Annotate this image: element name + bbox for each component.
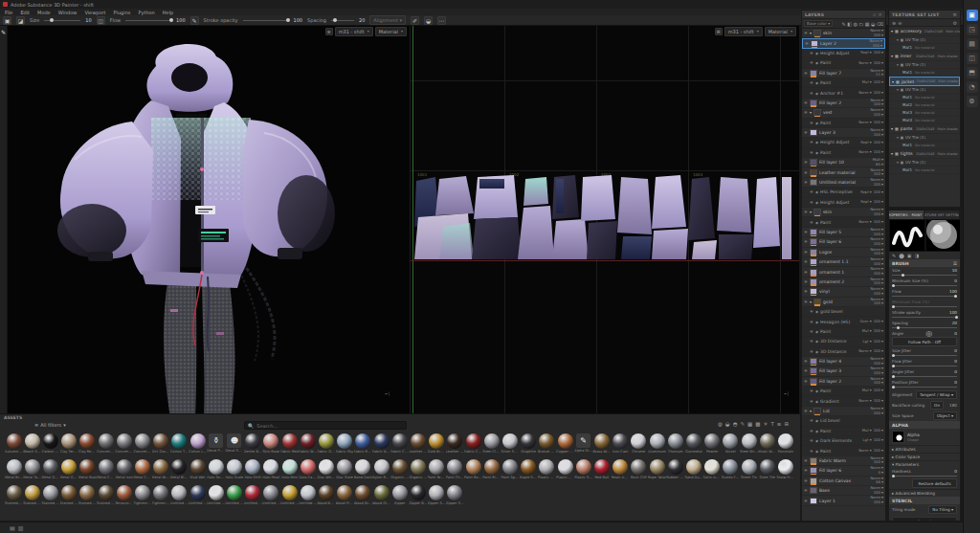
texture-set-list-menu-icon[interactable]: ≡ bbox=[953, 11, 957, 17]
shelf-material[interactable]: Mud Wet bbox=[189, 459, 207, 479]
shelf-material[interactable]: Zipper Small bbox=[428, 485, 446, 505]
visibility-eye-icon[interactable]: 👁 bbox=[805, 41, 809, 46]
viewport3d-display-dropdown[interactable]: Material▾ bbox=[375, 27, 407, 36]
layer-blend-opacity[interactable]: Mul ▾100 ▾ bbox=[862, 429, 883, 433]
layer-row[interactable]: 👁◈3D DistanceLgt ▾100 ▾ bbox=[802, 337, 885, 346]
layer-row[interactable]: 👁◈PaintMul ▾100 ▾ bbox=[802, 427, 885, 436]
tile-caret-icon[interactable]: ▾ bbox=[897, 161, 899, 165]
layer-blend-opacity[interactable]: Norm ▾100 ▾ bbox=[871, 278, 883, 286]
spacing-slider[interactable] bbox=[331, 20, 354, 21]
shelf-material[interactable]: Titanium bbox=[666, 433, 684, 454]
symmetry-icon[interactable]: ◒ bbox=[424, 16, 433, 25]
viewport3d-camera-dropdown[interactable]: m31 - shift▾ bbox=[335, 27, 373, 36]
layer-row[interactable]: 👁◈Height AdjustRepl ▾100 ▾ bbox=[802, 138, 885, 147]
shelf-material[interactable]: Organic Fiber bbox=[409, 459, 427, 479]
blend-mode[interactable]: Over ▾ bbox=[859, 320, 871, 324]
texture-set-row[interactable]: ▾▦tights2048x2048Main shader bbox=[889, 149, 960, 159]
layer-row[interactable]: 👁▾LidNorm ▾100 ▾ bbox=[802, 407, 885, 416]
shelf-material[interactable]: Khaki Worn bbox=[758, 433, 776, 454]
shelf-material[interactable]: Graphite bbox=[520, 433, 538, 454]
texture-set-shader[interactable]: Main shader bbox=[938, 127, 958, 131]
layer-row[interactable]: 👁◈Lid bevel bbox=[802, 416, 885, 426]
material-slot-row[interactable]: Mat4No material bbox=[889, 117, 960, 124]
layer-opacity[interactable]: 100 ▾ bbox=[874, 133, 883, 138]
layers-filter-dropdown[interactable]: Base color ▾ bbox=[804, 20, 833, 27]
property-value[interactable]: 0 bbox=[954, 359, 957, 364]
texture-set-settings-icon[interactable]: ⚙ bbox=[953, 20, 957, 26]
shelf-material[interactable]: Terracotta C bbox=[115, 485, 133, 505]
shelf-material[interactable]: Concrete Clean bbox=[97, 433, 115, 454]
material-slot-row[interactable]: Mat1No material bbox=[889, 94, 960, 101]
shelf-material[interactable]: Holo Shift bbox=[244, 459, 262, 479]
shelf-material[interactable]: Plastic Glossy bbox=[556, 459, 574, 479]
viewport2d-settings-icon[interactable]: ⊞ bbox=[715, 28, 723, 35]
tile-caret-icon[interactable]: ▾ bbox=[897, 38, 899, 42]
visibility-eye-icon[interactable]: 👁 bbox=[804, 300, 808, 304]
shelf-material[interactable]: Cotton Teal bbox=[170, 433, 189, 454]
layer-blend-opacity[interactable]: Norm ▾100 ▾ bbox=[871, 366, 883, 375]
material-mode-icon[interactable]: ▣ bbox=[907, 253, 912, 258]
visibility-eye-icon[interactable]: 👁 bbox=[810, 80, 813, 85]
viewport2d-display-dropdown[interactable]: Material▾ bbox=[765, 27, 796, 36]
follow-path-button[interactable]: Follow Path : Off bbox=[892, 337, 957, 346]
layer-row[interactable]: 👁◈PaintMul ▾100 ▾ bbox=[802, 387, 885, 396]
shelf-material[interactable]: Leather Brown bbox=[409, 433, 427, 454]
layer-blend-opacity[interactable]: Norm ▾11 ▾ bbox=[871, 69, 883, 78]
shelf-material[interactable]: Skin Rose bbox=[262, 433, 280, 454]
smart-masks-filter-icon[interactable]: ◓ bbox=[733, 421, 738, 427]
size-space-dropdown[interactable]: Object ▾ bbox=[933, 411, 957, 420]
visibility-eye-icon[interactable]: 👁 bbox=[810, 91, 813, 96]
layer-blend-opacity[interactable]: Repl ▾100 ▾ bbox=[860, 200, 883, 205]
blend-mode[interactable]: Repl ▾ bbox=[860, 200, 871, 205]
layer-row[interactable]: 👁Layer 1Norm ▾100 ▾ bbox=[802, 496, 885, 505]
layer-row[interactable]: 👁◈PaintMul ▾100 ▾ bbox=[802, 327, 885, 337]
shelf-material[interactable]: Fabric Olive bbox=[317, 433, 335, 454]
layer-blend-opacity[interactable]: Norm ▾100 ▾ bbox=[871, 108, 883, 117]
angle-dial[interactable]: ◎ bbox=[925, 331, 932, 336]
smart-icon[interactable]: ▦ bbox=[865, 21, 870, 27]
property-value[interactable]: 0 bbox=[954, 369, 957, 374]
shelf-material[interactable]: Sheet Tin bbox=[740, 459, 758, 479]
visibility-eye-icon[interactable]: 👁 bbox=[810, 399, 813, 404]
blend-mode[interactable]: Norm ▾ bbox=[858, 399, 871, 404]
visibility-eye-icon[interactable]: 👁 bbox=[804, 210, 808, 214]
layer-opacity[interactable]: 100 ▾ bbox=[874, 292, 883, 297]
layer-blend-opacity[interactable]: Norm ▾100 ▾ bbox=[871, 267, 883, 276]
layer-blend-opacity[interactable]: Over ▾100 ▾ bbox=[859, 320, 883, 324]
layer-opacity[interactable]: 100 ▾ bbox=[874, 389, 883, 393]
alignment-dropdown[interactable]: Alignment ▾ bbox=[369, 15, 406, 25]
shelf-material[interactable]: Tightening 2 bbox=[152, 485, 170, 505]
shelf-material[interactable]: Resin Amber bbox=[612, 459, 630, 479]
layer-blend-opacity[interactable]: Lgt ▾100 ▾ bbox=[862, 438, 883, 443]
texture-set-row[interactable]: ▾▦pants2048x2048Main shader bbox=[889, 124, 960, 134]
shelf-material[interactable]: Metal Cast bbox=[97, 459, 115, 479]
menu-file[interactable]: File bbox=[5, 10, 12, 15]
texture-set-row[interactable]: ▾▦jacket2048x2048Main shader bbox=[889, 77, 960, 86]
menu-mode[interactable]: Mode bbox=[37, 10, 51, 15]
scene-panel-icon[interactable]: ◔ bbox=[967, 81, 978, 93]
menu-python[interactable]: Python bbox=[138, 10, 154, 15]
shelf-material[interactable]: Wood Olive bbox=[372, 485, 390, 505]
layer-blend-opacity[interactable]: Norm ▾100 ▾ bbox=[871, 128, 883, 137]
shelf-material[interactable]: Fabric Wine bbox=[299, 433, 317, 454]
visibility-eye-icon[interactable]: 👁 bbox=[804, 230, 808, 234]
shelf-material[interactable]: Scales Fine bbox=[722, 459, 740, 479]
layer-blend-opacity[interactable]: Norm ▾100 ▾ bbox=[871, 377, 883, 386]
blend-mode[interactable]: Mul ▾ bbox=[862, 80, 872, 85]
layer-opacity[interactable]: 100 ▾ bbox=[874, 381, 883, 386]
layer-opacity[interactable]: 100 ▾ bbox=[874, 220, 883, 225]
layer-row[interactable]: 👁vinylNorm ▾100 ▾ bbox=[802, 287, 885, 297]
effect-icon[interactable]: ✎ bbox=[842, 21, 846, 27]
property-slider[interactable] bbox=[892, 317, 957, 318]
flow-slider[interactable] bbox=[125, 20, 171, 21]
shelf-material[interactable]: Nickel bbox=[722, 433, 740, 454]
uv-tile-row[interactable]: ▾▦UV Tile (1) bbox=[889, 61, 960, 69]
layer-blend-opacity[interactable]: Repl ▾100 ▾ bbox=[860, 51, 883, 56]
visibility-eye-icon[interactable]: 👁 bbox=[804, 31, 808, 35]
property-slider[interactable] bbox=[892, 275, 957, 276]
layer-row[interactable]: 👁▾skinNorm ▾100 ▾ bbox=[802, 29, 885, 38]
menu-help[interactable]: Help bbox=[163, 10, 173, 15]
shelf-material[interactable]: Fabric Royal bbox=[354, 433, 372, 454]
material-slot-row[interactable]: Mat3No material bbox=[889, 109, 960, 117]
paint-tool-icon[interactable]: ✎ bbox=[1, 29, 6, 35]
